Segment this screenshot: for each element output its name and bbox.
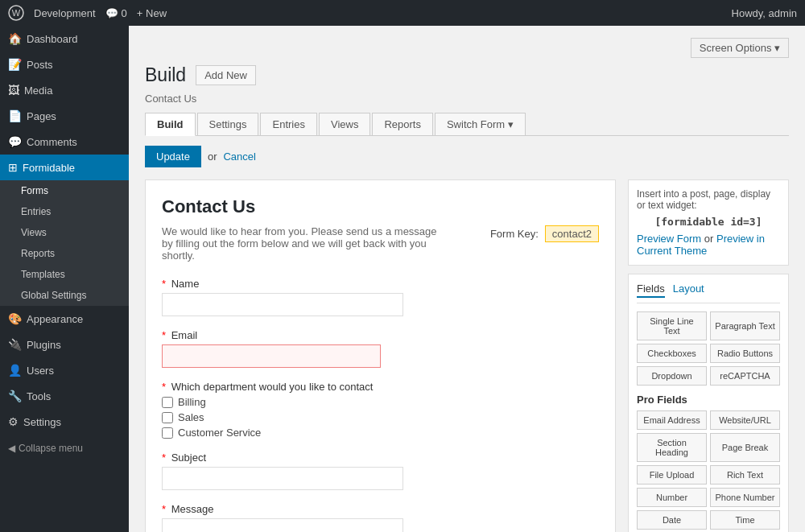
sidebar-item-media[interactable]: 🖼 Media <box>0 77 129 103</box>
tools-icon: 🔧 <box>8 390 22 402</box>
posts-icon: 📝 <box>8 58 22 71</box>
tab-build[interactable]: Build <box>145 113 196 136</box>
sidebar-submenu-templates[interactable]: Templates <box>0 264 129 285</box>
department-customer-service[interactable]: Customer Service <box>162 427 599 439</box>
field-btn-radio-buttons[interactable]: Radio Buttons <box>710 344 780 363</box>
fields-tab-fields[interactable]: Fields <box>637 282 665 298</box>
widget-links: Preview Form or Preview in Current Theme <box>637 233 780 257</box>
customer-service-checkbox[interactable] <box>162 427 173 439</box>
tab-reports[interactable]: Reports <box>372 113 433 135</box>
form-key-label: Form Key: <box>490 228 539 240</box>
screen-options-bar: Screen Options ▾ <box>145 38 789 58</box>
field-btn-website-url[interactable]: Website/URL <box>710 410 780 430</box>
field-btn-time[interactable]: Time <box>710 510 780 530</box>
tab-views[interactable]: Views <box>319 113 370 135</box>
field-subject-input[interactable] <box>162 467 403 490</box>
field-department-group: * Which department would you like to con… <box>162 381 599 439</box>
required-marker: * <box>162 278 166 290</box>
widget-box: Insert into a post, page, display or tex… <box>628 179 789 266</box>
field-btn-file-upload[interactable]: File Upload <box>637 465 707 485</box>
department-sales[interactable]: Sales <box>162 411 599 423</box>
add-new-button[interactable]: Add New <box>196 65 256 85</box>
or-text: or <box>208 151 217 163</box>
billing-checkbox[interactable] <box>162 397 173 408</box>
appearance-icon: 🎨 <box>8 312 22 325</box>
comments-count[interactable]: 💬 0 <box>105 7 127 19</box>
form-title-display: Contact Us <box>162 196 599 217</box>
svg-text:W: W <box>12 8 21 18</box>
field-btn-date[interactable]: Date <box>637 510 707 530</box>
new-item[interactable]: + New <box>137 7 167 19</box>
widget-shortcode: [formidable id=3] <box>637 216 780 228</box>
tab-settings[interactable]: Settings <box>197 113 259 135</box>
sidebar-item-tools[interactable]: 🔧 Tools <box>0 383 129 409</box>
sidebar-item-pages[interactable]: 📄 Pages <box>0 103 129 129</box>
sidebar-item-comments[interactable]: 💬 Comments <box>0 129 129 155</box>
or-text: or <box>704 233 716 245</box>
sidebar-submenu-global-settings[interactable]: Global Settings <box>0 285 129 306</box>
form-key-value: contact2 <box>545 225 599 242</box>
field-btn-phone-number[interactable]: Phone Number <box>710 488 780 507</box>
main-content: Screen Options ▾ Build Add New Contact U… <box>129 26 805 532</box>
department-billing[interactable]: Billing <box>162 396 599 408</box>
pro-fields-grid: Email Address Website/URL Section Headin… <box>637 410 780 532</box>
sidebar-item-posts[interactable]: 📝 Posts <box>0 52 129 77</box>
tab-switch-form[interactable]: Switch Form ▾ <box>435 113 526 135</box>
field-btn-checkboxes[interactable]: Checkboxes <box>637 344 707 363</box>
sidebar-submenu-forms[interactable]: Forms <box>0 180 129 201</box>
field-btn-section-heading[interactable]: Section Heading <box>637 433 707 462</box>
breadcrumb: Contact Us <box>145 93 789 105</box>
sales-checkbox[interactable] <box>162 412 173 423</box>
fields-panel-tabs: Fields Layout <box>637 282 780 303</box>
sidebar-submenu-entries[interactable]: Entries <box>0 201 129 222</box>
sidebar-submenu-views[interactable]: Views <box>0 222 129 243</box>
sidebar-item-formidable[interactable]: ⊞ Formidable <box>0 155 129 180</box>
field-message-label: * Message <box>162 503 599 515</box>
field-email-label: * Email <box>162 329 599 341</box>
field-message-group: * Message <box>162 503 599 532</box>
field-name-group: * Name <box>162 278 599 316</box>
sidebar-submenu-reports[interactable]: Reports <box>0 243 129 264</box>
dashboard-icon: 🏠 <box>8 32 22 45</box>
content-area: Contact Us We would like to hear from yo… <box>145 179 789 532</box>
field-name-input[interactable] <box>162 293 403 316</box>
sidebar-item-users[interactable]: 👤 Users <box>0 357 129 383</box>
field-email-group: * Email <box>162 329 599 368</box>
field-email-input[interactable] <box>162 344 381 368</box>
collapse-menu[interactable]: ◀ Collapse menu <box>0 435 129 462</box>
field-btn-rich-text[interactable]: Rich Text <box>710 465 780 485</box>
field-btn-dropdown[interactable]: Dropdown <box>637 366 707 386</box>
standard-fields-grid: Single Line Text Paragraph Text Checkbox… <box>637 311 780 386</box>
pro-fields-label: Pro Fields <box>637 394 780 406</box>
field-btn-recaptcha[interactable]: reCAPTCHA <box>710 366 780 386</box>
page-title: Build <box>145 64 186 86</box>
sidebar-item-plugins[interactable]: 🔌 Plugins <box>0 332 129 357</box>
field-btn-paragraph-text[interactable]: Paragraph Text <box>710 311 780 340</box>
field-name-label: * Name <box>162 278 599 290</box>
fields-panel: Fields Layout Single Line Text Paragraph… <box>628 274 789 532</box>
field-btn-page-break[interactable]: Page Break <box>710 433 780 462</box>
required-marker: * <box>162 329 166 341</box>
cancel-link[interactable]: Cancel <box>223 151 255 163</box>
widget-description: Insert into a post, page, display or tex… <box>637 188 780 211</box>
sidebar-item-appearance[interactable]: 🎨 Appearance <box>0 306 129 332</box>
sidebar-item-dashboard[interactable]: 🏠 Dashboard <box>0 26 129 52</box>
formidable-icon: ⊞ <box>8 161 18 174</box>
comments-icon: 💬 <box>8 135 22 148</box>
update-button[interactable]: Update <box>145 146 201 167</box>
form-description: We would like to hear from you. Please s… <box>162 225 446 262</box>
fields-tab-layout[interactable]: Layout <box>673 282 704 298</box>
site-name[interactable]: Development <box>34 7 96 19</box>
page-header: Build Add New <box>145 64 789 86</box>
screen-options-button[interactable]: Screen Options ▾ <box>691 38 789 58</box>
field-message-textarea[interactable] <box>162 518 403 532</box>
preview-form-link[interactable]: Preview Form <box>637 233 701 245</box>
users-icon: 👤 <box>8 364 22 377</box>
admin-bar: W Development 💬 0 + New Howdy, admin <box>0 0 805 26</box>
sidebar-item-settings[interactable]: ⚙ Settings <box>0 409 129 435</box>
field-btn-email-address[interactable]: Email Address <box>637 410 707 430</box>
tab-entries[interactable]: Entries <box>260 113 316 135</box>
field-btn-single-line-text[interactable]: Single Line Text <box>637 311 707 340</box>
required-marker: * <box>162 381 166 393</box>
field-btn-number[interactable]: Number <box>637 488 707 507</box>
